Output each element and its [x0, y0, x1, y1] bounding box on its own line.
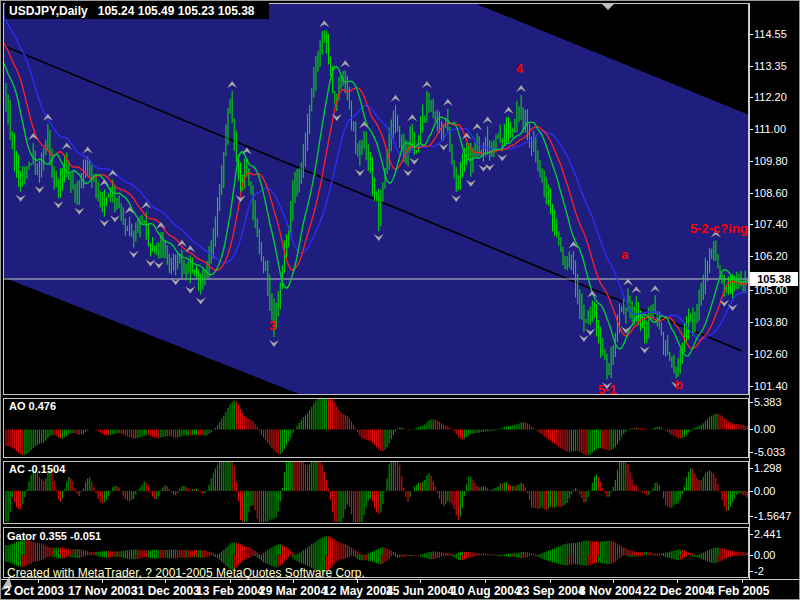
metatrader-credit: Created with MetaTrader, ? 2001-2005 Met… [7, 566, 365, 580]
price-axis-tick [749, 386, 753, 387]
gator-axis-tick [749, 534, 753, 535]
ao-label: AO 0.476 [9, 400, 56, 412]
ao-histogram [6, 399, 747, 455]
wave-annotation: 5-1 [598, 382, 617, 397]
ac-axis-tick [749, 491, 753, 492]
wave-annotation: b [675, 377, 683, 392]
date-axis-tick [485, 579, 486, 583]
price-axis-label: 106.20 [754, 250, 788, 262]
mt4-chart-window: USDJPY,Daily105.24 105.49 105.23 105.38 … [0, 0, 800, 600]
wave-annotation: 4 [516, 61, 523, 76]
ac-axis-label: 0.00 [754, 485, 775, 497]
date-axis-tick [550, 579, 551, 583]
price-axis-tick [749, 290, 753, 291]
ac-label: AC -0.1504 [9, 463, 65, 475]
gator-axis-label: 0.00 [754, 549, 775, 561]
price-axis-tick [749, 34, 753, 35]
price-axis-label: 114.55 [754, 28, 787, 40]
ac-axis-tick [749, 516, 753, 517]
date-axis-label: 4 Feb 2005 [708, 584, 769, 598]
date-axis-label: 17 Nov 2003 [68, 584, 137, 598]
ac-axis-label: 1.298 [754, 462, 782, 474]
price-axis-label: 103.80 [754, 316, 788, 328]
chart-title: USDJPY,Daily105.24 105.49 105.23 105.38 [5, 3, 269, 19]
price-axis-label: 101.40 [754, 380, 788, 392]
date-axis-label: 10 Aug 2004 [451, 584, 521, 598]
price-axis-tick [749, 161, 753, 162]
price-axis-label: 108.60 [754, 187, 788, 199]
gator-axis-tick [749, 571, 753, 572]
date-axis-label: 25 Jun 2004 [386, 584, 454, 598]
price-axis-label: 111.00 [754, 123, 786, 135]
price-axis-tick [749, 129, 753, 130]
ac-axis-label: -1.5647 [754, 510, 791, 522]
price-axis-tick [749, 322, 753, 323]
ohlc-values: 105.24 105.49 105.23 105.38 [98, 4, 255, 18]
date-axis-tick [742, 579, 743, 583]
price-axis-tick [749, 354, 753, 355]
chart-shift-marker-icon [601, 3, 615, 10]
date-axis-label: 12 May 2004 [323, 584, 393, 598]
price-axis-label: 109.80 [754, 155, 788, 167]
chart-canvas[interactable] [1, 1, 800, 600]
price-axis-tick [749, 193, 753, 194]
symbol-period-label: USDJPY,Daily [9, 4, 88, 18]
ao-axis-tick [749, 452, 753, 453]
price-axis-tick [749, 66, 753, 67]
ao-axis-label: 5.383 [754, 396, 782, 408]
wave-annotation: 3 [269, 318, 276, 333]
date-axis-tick [420, 579, 421, 583]
wave-annotation: a [621, 247, 628, 262]
gator-axis-label: 2.441 [754, 528, 782, 540]
date-axis-label: 29 Mar 2004 [259, 584, 327, 598]
wave-annotation: 5-2-c?ing [690, 221, 748, 236]
ac-histogram [6, 462, 747, 522]
date-axis-tick [613, 579, 614, 583]
price-axis-label: 112.20 [754, 91, 787, 103]
date-axis-label: 2 Oct 2003 [4, 584, 64, 598]
date-axis-tick [677, 579, 678, 583]
current-price-label: 105.38 [750, 272, 798, 286]
ao-axis-label: 0.00 [754, 423, 775, 435]
date-axis-label: 8 Nov 2004 [579, 584, 642, 598]
price-axis-label: 102.60 [754, 348, 788, 360]
date-axis-label: 22 Dec 2004 [643, 584, 712, 598]
ao-axis-tick [749, 402, 753, 403]
price-axis-tick [749, 256, 753, 257]
price-axis-tick [749, 97, 753, 98]
gator-axis-tick [749, 555, 753, 556]
price-axis-tick [749, 224, 753, 225]
price-axis-label: 107.40 [754, 218, 788, 230]
ao-axis-label: -5.033 [754, 446, 785, 458]
gator-axis-label: -2 [754, 565, 764, 577]
date-axis-label: 31 Dec 2003 [131, 584, 200, 598]
date-axis-label: 23 Sep 2004 [516, 584, 585, 598]
ac-axis-tick [749, 468, 753, 469]
gator-label: Gator 0.355 -0.051 [7, 530, 101, 542]
main-chart-layer [3, 3, 749, 394]
price-axis-label: 113.35 [754, 60, 787, 72]
ao-axis-tick [749, 429, 753, 430]
date-axis-label: 13 Feb 2004 [196, 584, 264, 598]
